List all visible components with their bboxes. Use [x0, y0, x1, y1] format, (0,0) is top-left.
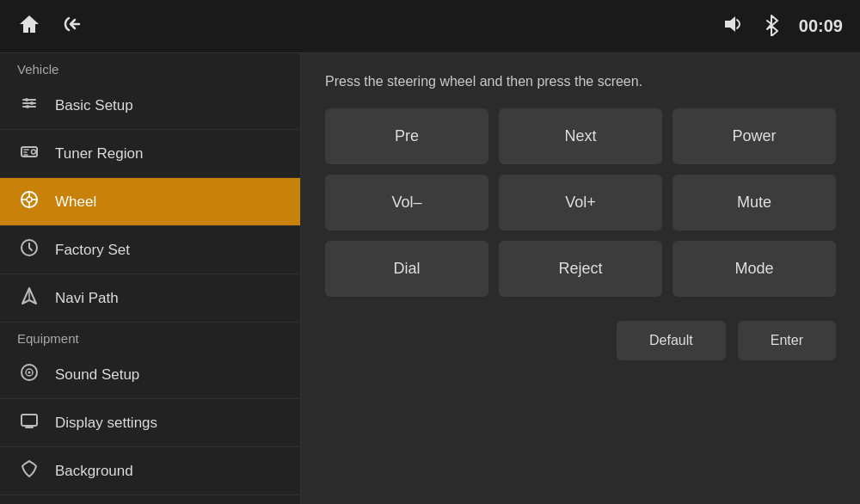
- enter-button[interactable]: Enter: [738, 321, 836, 360]
- tuner-region-icon: [17, 142, 41, 165]
- vol-plus-button[interactable]: Vol+: [499, 175, 662, 230]
- navi-path-icon: [17, 286, 41, 310]
- sidebar-item-factory-set[interactable]: Factory Set: [0, 226, 300, 274]
- mode-button[interactable]: Mode: [673, 241, 836, 297]
- sidebar-item-background[interactable]: Background: [0, 447, 300, 495]
- svg-point-2: [30, 101, 34, 105]
- home-icon[interactable]: [17, 12, 41, 41]
- display-settings-icon: [17, 411, 41, 434]
- bluetooth-icon: [761, 12, 782, 41]
- clock: 00:09: [799, 16, 843, 36]
- svg-point-1: [25, 98, 28, 101]
- background-icon: [17, 459, 41, 482]
- section-vehicle: Vehicle: [0, 53, 300, 82]
- basic-setup-label: Basic Setup: [55, 97, 133, 114]
- sidebar-item-navi-path[interactable]: Navi Path: [0, 274, 300, 323]
- sidebar-item-wheel[interactable]: Wheel: [0, 178, 300, 226]
- svg-point-7: [27, 197, 32, 202]
- content-area: Press the steering wheel and then press …: [301, 53, 860, 504]
- svg-point-3: [26, 105, 29, 108]
- bottom-row: Default Enter: [325, 321, 836, 360]
- navi-path-label: Navi Path: [55, 290, 119, 307]
- sidebar-item-sound-setup[interactable]: Sound Setup: [0, 351, 300, 399]
- main-layout: Vehicle Basic SetupTuner RegionWheelFact…: [0, 53, 860, 504]
- tuner-region-label: Tuner Region: [55, 145, 143, 163]
- back-icon[interactable]: [62, 12, 86, 41]
- svg-rect-11: [22, 415, 37, 426]
- factory-set-icon: [17, 238, 41, 261]
- instruction-text: Press the steering wheel and then press …: [325, 74, 836, 89]
- wheel-label: Wheel: [55, 194, 96, 211]
- power-button[interactable]: Power: [673, 108, 836, 164]
- header-right: 00:09: [720, 12, 843, 41]
- basic-setup-icon: [17, 94, 41, 117]
- button-grid: PreNextPowerVol–Vol+MuteDialRejectMode: [325, 108, 836, 297]
- sidebar-item-basic-setup[interactable]: Basic Setup: [0, 82, 300, 130]
- sound-setup-label: Sound Setup: [55, 366, 139, 384]
- background-label: Background: [55, 463, 133, 480]
- svg-point-5: [32, 150, 36, 154]
- pre-button[interactable]: Pre: [325, 108, 488, 164]
- display-settings-label: Display settings: [55, 415, 157, 432]
- default-button[interactable]: Default: [617, 321, 726, 360]
- sidebar: Vehicle Basic SetupTuner RegionWheelFact…: [0, 53, 301, 504]
- sidebar-item-tuner-region[interactable]: Tuner Region: [0, 130, 300, 178]
- section-equipment: Equipment: [0, 323, 300, 351]
- volume-icon[interactable]: [720, 12, 744, 41]
- header-left: [17, 12, 86, 41]
- sidebar-item-display-settings[interactable]: Display settings: [0, 399, 300, 447]
- vol-minus-button[interactable]: Vol–: [325, 175, 488, 230]
- wheel-icon: [17, 190, 41, 213]
- reject-button[interactable]: Reject: [499, 241, 662, 297]
- sound-setup-icon: [17, 363, 41, 386]
- dial-button[interactable]: Dial: [325, 241, 488, 297]
- next-button[interactable]: Next: [499, 108, 662, 164]
- mute-button[interactable]: Mute: [673, 175, 836, 230]
- factory-set-label: Factory Set: [55, 242, 130, 259]
- svg-point-10: [28, 372, 31, 374]
- svg-marker-0: [725, 16, 735, 32]
- header: 00:09: [0, 0, 860, 53]
